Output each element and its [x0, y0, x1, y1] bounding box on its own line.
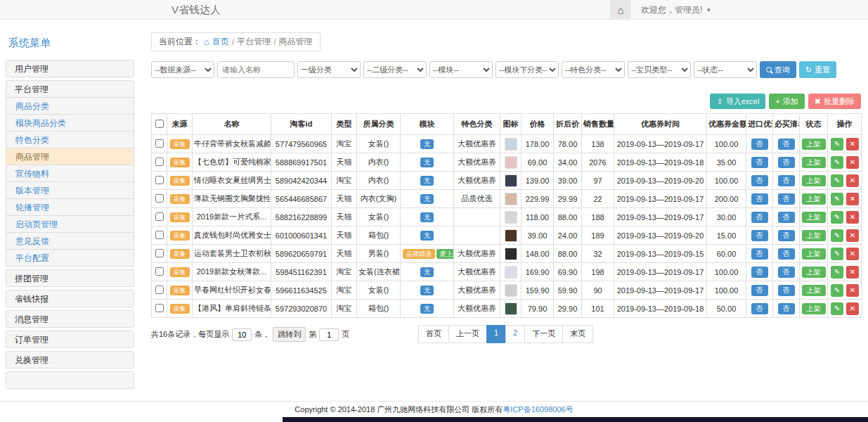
row-checkbox[interactable] — [155, 249, 164, 257]
filter-select[interactable]: --宝贝类型-- — [628, 61, 691, 78]
must-buy-toggle-button[interactable]: 否 — [778, 303, 795, 314]
jump-page-input[interactable] — [319, 328, 339, 341]
page-size-input[interactable] — [232, 328, 252, 341]
status-button[interactable]: 上架 — [802, 285, 826, 296]
filter-select[interactable]: --数据来源-- — [151, 61, 214, 78]
sidebar-item-partial[interactable] — [6, 371, 134, 389]
must-buy-toggle-button[interactable]: 否 — [778, 193, 795, 205]
home-nav-button[interactable]: ⌂ — [610, 0, 631, 20]
status-button[interactable]: 上架 — [802, 303, 826, 314]
reset-button[interactable]: ↻ 重置 — [799, 61, 836, 78]
sidebar-item-拼团管理[interactable]: 拼团管理 — [6, 269, 134, 287]
jump-button[interactable]: 跳转到 — [273, 327, 306, 342]
delete-button[interactable]: ✕ — [846, 193, 859, 205]
select-all-checkbox[interactable] — [155, 120, 164, 128]
edit-button[interactable]: ✎ — [831, 193, 843, 205]
row-checkbox[interactable] — [155, 304, 164, 312]
status-button[interactable]: 上架 — [802, 267, 826, 278]
edit-button[interactable]: ✎ — [831, 248, 843, 260]
must-buy-toggle-button[interactable]: 否 — [778, 139, 795, 150]
must-buy-toggle-button[interactable]: 否 — [778, 157, 795, 168]
delete-button[interactable]: ✕ — [846, 211, 859, 224]
batch-delete-button[interactable]: ✖ 批量删除 — [808, 94, 861, 109]
sidebar-item-消息管理[interactable]: 消息管理 — [6, 310, 134, 328]
delete-button[interactable]: ✕ — [846, 284, 859, 297]
row-checkbox[interactable] — [155, 194, 164, 203]
delete-button[interactable]: ✕ — [846, 266, 859, 279]
page-number[interactable]: 2 — [505, 325, 525, 343]
edit-button[interactable]: ✎ — [831, 302, 843, 315]
edit-button[interactable]: ✎ — [831, 211, 843, 224]
delete-button[interactable]: ✕ — [846, 156, 859, 169]
status-button[interactable]: 上架 — [802, 139, 826, 150]
sidebar-item-兑换管理[interactable]: 兑换管理 — [6, 351, 134, 369]
row-checkbox[interactable] — [155, 231, 164, 239]
filter-select[interactable]: --模块下分类-- — [495, 61, 559, 78]
sidebar-item-模块商品分类[interactable]: 模块商品分类 — [6, 114, 134, 132]
sidebar-item-用户管理[interactable]: 用户管理 — [6, 60, 134, 77]
sidebar-item-省钱快报[interactable]: 省钱快报 — [6, 290, 134, 307]
edit-button[interactable]: ✎ — [831, 266, 843, 279]
edit-button[interactable]: ✎ — [831, 156, 843, 169]
sidebar-item-宣传物料[interactable]: 宣传物料 — [6, 165, 134, 182]
sidebar-item-特色分类[interactable]: 特色分类 — [6, 131, 134, 148]
edit-button[interactable]: ✎ — [831, 138, 843, 151]
imported-toggle-button[interactable]: 否 — [751, 175, 768, 186]
page-first[interactable]: 首页 — [418, 325, 449, 343]
status-button[interactable]: 上架 — [802, 157, 826, 168]
status-button[interactable]: 上架 — [802, 175, 826, 186]
must-buy-toggle-button[interactable]: 否 — [778, 212, 795, 223]
sidebar-item-轮播管理[interactable]: 轮播管理 — [6, 198, 134, 216]
status-button[interactable]: 上架 — [802, 248, 826, 260]
imported-toggle-button[interactable]: 否 — [751, 139, 768, 150]
imported-toggle-button[interactable]: 否 — [751, 157, 768, 168]
row-checkbox[interactable] — [155, 267, 164, 276]
breadcrumb-home-link[interactable]: 首页 — [212, 36, 229, 48]
sidebar-item-平台配置[interactable]: 平台配置 — [6, 249, 134, 267]
status-button[interactable]: 上架 — [802, 193, 826, 205]
imported-toggle-button[interactable]: 否 — [751, 248, 768, 260]
must-buy-toggle-button[interactable]: 否 — [778, 230, 795, 241]
filter-select[interactable]: --特色分类-- — [562, 61, 625, 78]
import-excel-button[interactable]: ⇧ 导入excel — [710, 94, 765, 109]
must-buy-toggle-button[interactable]: 否 — [778, 175, 795, 186]
name-search-input[interactable] — [217, 61, 294, 78]
imported-toggle-button[interactable]: 否 — [751, 285, 768, 296]
must-buy-toggle-button[interactable]: 否 — [778, 248, 795, 260]
user-menu[interactable]: 欢迎您，管理员! ▼ — [641, 4, 711, 16]
page-next[interactable]: 下一页 — [524, 325, 563, 343]
must-buy-toggle-button[interactable]: 否 — [778, 285, 795, 296]
page-number[interactable]: 1 — [486, 325, 506, 343]
row-checkbox[interactable] — [155, 158, 164, 166]
page-last[interactable]: 末页 — [562, 325, 593, 343]
edit-button[interactable]: ✎ — [831, 284, 843, 297]
sidebar-item-版本管理[interactable]: 版本管理 — [6, 181, 134, 199]
page-prev[interactable]: 上一页 — [448, 325, 487, 343]
delete-button[interactable]: ✕ — [846, 138, 859, 151]
imported-toggle-button[interactable]: 否 — [751, 230, 768, 241]
delete-button[interactable]: ✕ — [846, 174, 859, 187]
imported-toggle-button[interactable]: 否 — [751, 212, 768, 223]
delete-button[interactable]: ✕ — [846, 302, 859, 315]
filter-select[interactable]: --模块-- — [429, 61, 493, 78]
imported-toggle-button[interactable]: 否 — [751, 193, 768, 205]
sidebar-item-平台管理[interactable]: 平台管理 — [6, 80, 134, 98]
delete-button[interactable]: ✕ — [846, 229, 859, 242]
status-button[interactable]: 上架 — [802, 212, 826, 223]
sidebar-item-订单管理[interactable]: 订单管理 — [6, 331, 134, 348]
row-checkbox[interactable] — [155, 139, 164, 148]
must-buy-toggle-button[interactable]: 否 — [778, 267, 795, 278]
filter-select[interactable]: --二级分类-- — [363, 61, 427, 78]
filter-select[interactable]: --状态-- — [694, 61, 757, 78]
status-button[interactable]: 上架 — [802, 230, 826, 241]
sidebar-item-商品分类[interactable]: 商品分类 — [6, 97, 134, 115]
edit-button[interactable]: ✎ — [831, 174, 843, 187]
icp-link[interactable]: 粤ICP备16098006号 — [503, 404, 573, 415]
filter-select[interactable]: 一级分类 — [297, 61, 361, 78]
imported-toggle-button[interactable]: 否 — [751, 267, 768, 278]
edit-button[interactable]: ✎ — [831, 229, 843, 242]
query-button[interactable]: 查询 — [760, 61, 796, 78]
sidebar-item-意见反馈[interactable]: 意见反馈 — [6, 232, 134, 250]
row-checkbox[interactable] — [155, 286, 164, 294]
sidebar-item-商品管理[interactable]: 商品管理 — [6, 148, 134, 165]
